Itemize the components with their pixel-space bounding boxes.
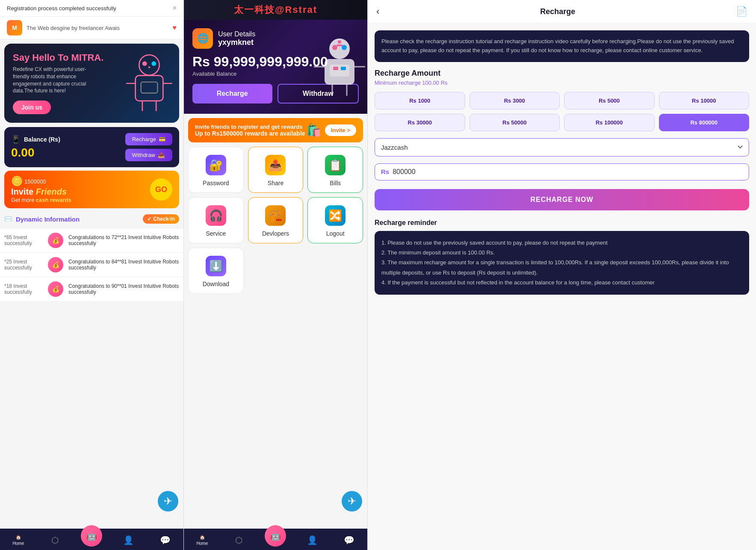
nav2-chat[interactable]: 💬 (338, 535, 360, 545)
nav-home[interactable]: 🏠 Home (8, 535, 29, 546)
grid-item-download[interactable]: ⬇️ Download (188, 248, 244, 294)
svg-point-9 (148, 66, 150, 68)
robot-center-icon: 🤖 (81, 525, 102, 547)
share-icon: 📤 (265, 155, 286, 175)
payment-method-select[interactable]: Jazzcash Easypaisa Bank Transfer (375, 138, 749, 157)
available-balance-label: Available Balance (192, 71, 359, 77)
nav2-robot-icon: 🤖 (265, 525, 286, 547)
notification-close[interactable]: × (173, 4, 177, 12)
amount-btn-50000[interactable]: Rs 50000 (470, 114, 560, 131)
dynamic-title-text: Dynamic Information (16, 216, 80, 223)
reminder-box: 1. Please do not use the previously save… (375, 231, 749, 295)
activity-icon-2: 💰 (48, 281, 63, 297)
nav-cube[interactable]: ⬡ (44, 535, 66, 545)
invite-reward-right: 🛍️ Invite > (307, 123, 356, 137)
mitra-robot (115, 44, 179, 123)
envelope-icon: ✉️ (4, 215, 12, 223)
go-button[interactable]: GO (150, 178, 172, 201)
activity-left-1: *25 Invest successfully (4, 259, 43, 271)
amount-btn-1000[interactable]: Rs 1000 (375, 92, 465, 109)
activity-list: *65 Invest successfully 💰 Congratulation… (0, 228, 183, 302)
balance-label-text: Balance (Rs) (24, 136, 60, 143)
logout-label: Logout (326, 230, 345, 237)
recharge-icon: 💳 (159, 136, 165, 142)
amount-btn-10000[interactable]: Rs 10000 (659, 92, 750, 109)
spacer (184, 298, 367, 529)
recharge-amount-section: Recharge Amount Minimum recharge 100.00 … (368, 69, 756, 189)
grid-item-share[interactable]: 📤 Share (248, 147, 304, 193)
amount-btn-800000[interactable]: Rs 800000 (659, 114, 750, 131)
invite-banner: 🪙 1500000 Invite Friends Get more cash r… (4, 171, 179, 208)
amount-section-title: Recharge Amount (375, 69, 749, 78)
grid-item-password[interactable]: 🔐 Password (188, 147, 244, 193)
notification-bar: Registration process completed successfu… (0, 0, 183, 17)
checkmark-icon: ✓ (147, 216, 151, 222)
invite-reward-bar: Invite friends to register and get rewar… (188, 118, 363, 142)
svg-rect-4 (141, 82, 158, 93)
checkin-label: Check-In (153, 216, 175, 222)
amount-btn-100000[interactable]: Rs 100000 (564, 114, 655, 131)
svg-point-2 (151, 61, 156, 66)
phone-icon: 📱 (11, 135, 21, 144)
mitra-description: Redefine CX with powerful user-friendly … (13, 66, 98, 95)
invite-amount: 1500000 (24, 178, 46, 185)
invite-reward-text2: Up to Rs1500000 rewards are available (195, 130, 305, 137)
cube-icon: ⬡ (51, 535, 59, 545)
nav2-robot[interactable]: 🤖 (265, 534, 286, 547)
amount-btn-30000[interactable]: Rs 30000 (375, 114, 465, 131)
doc-icon[interactable]: 📄 (736, 6, 747, 17)
panel-left: Registration process completed successfu… (0, 0, 184, 550)
mitra-title-prefix: Say Hello To (13, 52, 71, 63)
reminder-title: Recharge reminder (375, 219, 749, 227)
recharge-title: Recharge (540, 7, 575, 16)
grid-item-service[interactable]: 🎧 Service (188, 197, 244, 243)
reminder-item-3: 3. The maximum recharge amount for a sin… (381, 257, 742, 278)
activity-text-2: Congratulations to 90**01 Invest Intuiti… (68, 283, 179, 295)
nav2-cube[interactable]: ⬡ (228, 535, 250, 545)
user-withdraw-button[interactable]: Withdraw (278, 84, 359, 103)
recharge-label: Recharge (132, 136, 156, 142)
nav-chat[interactable]: 💬 (154, 535, 176, 545)
invite-left: 🪙 1500000 Invite Friends Get more cash r… (11, 176, 71, 203)
nav2-home-label: Home (197, 541, 208, 546)
back-button[interactable]: ‹ (376, 6, 379, 17)
amount-btn-3000[interactable]: Rs 3000 (470, 92, 560, 109)
nav2-home-icon: 🏠 (200, 535, 205, 540)
profile-icon: 👤 (123, 535, 134, 545)
recharge-button[interactable]: Recharge 💳 (125, 133, 172, 145)
web-design-text: The Web desgine by freelancer Awais (27, 25, 168, 31)
grid-item-logout[interactable]: 🔀 Logout (307, 197, 363, 243)
dynamic-header: ✉️ Dynamic Information ✓ Check-In (4, 212, 179, 226)
bills-label: Bills (330, 180, 341, 186)
invite-subtitle: Get more cash rewards (11, 197, 71, 203)
user-avatar: 🌐 (192, 28, 213, 49)
grid-item-bills[interactable]: 📋 Bills (307, 147, 363, 193)
grid-item-developers[interactable]: 🏗️ Devlopers (248, 197, 304, 243)
nav2-profile[interactable]: 👤 (301, 535, 323, 545)
amount-btn-5000[interactable]: Rs 5000 (564, 92, 655, 109)
activity-icon-0: 💰 (48, 233, 63, 248)
invite-small-button[interactable]: Invite > (325, 124, 356, 136)
balance-label: 📱 Balance (Rs) (11, 135, 60, 144)
recharge-now-button[interactable]: RECHARGE NOW (375, 189, 749, 210)
logo-small: M (7, 20, 22, 35)
bottom-nav-middle: 🏠 Home ⬡ 🤖 👤 💬 (184, 529, 367, 550)
logout-icon: 🔀 (325, 205, 346, 226)
user-recharge-button[interactable]: Recharge (192, 84, 272, 103)
checkin-badge[interactable]: ✓ Check-In (143, 214, 179, 224)
amount-input[interactable] (393, 168, 743, 176)
join-button[interactable]: Join us (13, 101, 51, 114)
invite-reward-text1: Invite friends to register and get rewar… (195, 124, 305, 130)
nav-robot-center[interactable]: 🤖 (81, 534, 102, 547)
download-label: Download (203, 281, 229, 287)
telegram-float[interactable]: ✈ (158, 491, 178, 512)
telegram-float-2[interactable]: ✈ (342, 491, 362, 512)
withdraw-button[interactable]: Withdraw 📤 (125, 149, 172, 161)
nav-profile[interactable]: 👤 (118, 535, 139, 545)
svg-rect-3 (136, 75, 163, 101)
password-label: Password (203, 180, 229, 186)
nav2-home[interactable]: 🏠 Home (192, 535, 213, 546)
withdraw-icon: 📤 (158, 152, 165, 158)
activity-icon-1: 💰 (48, 257, 63, 272)
activity-text-1: Congratulations to 84**81 Invest Intuiti… (68, 259, 179, 271)
